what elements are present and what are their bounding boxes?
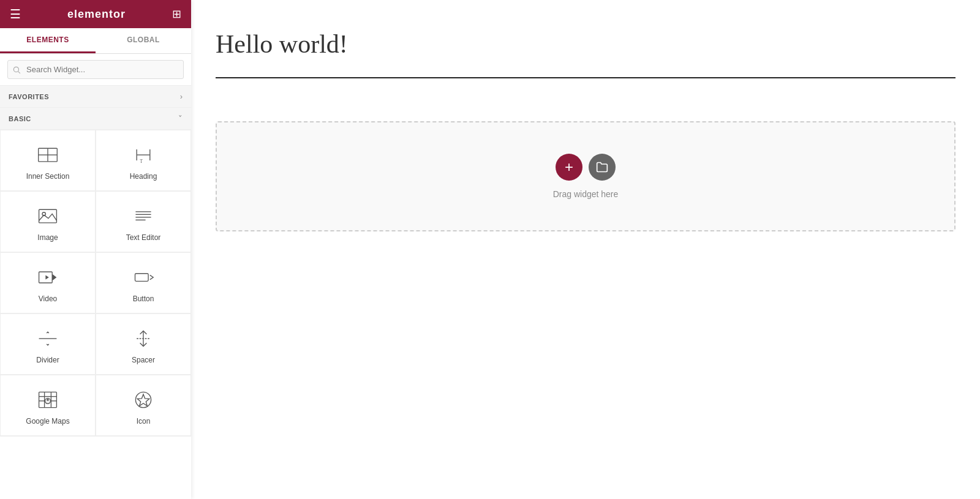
widget-icon-label: Icon <box>137 417 151 426</box>
google-maps-icon <box>36 388 60 412</box>
widget-spacer[interactable]: Spacer <box>96 313 191 375</box>
drag-widget-text: Drag widget here <box>553 189 619 199</box>
divider-icon <box>36 326 60 351</box>
canvas-inner: Hello world! + Drag widget here <box>191 0 980 499</box>
svg-marker-17 <box>45 275 48 279</box>
widget-heading[interactable]: T Heading <box>96 130 191 191</box>
top-bar <box>191 0 980 5</box>
widget-google-maps-label: Google Maps <box>26 417 69 426</box>
widget-icon[interactable]: Icon <box>96 375 191 436</box>
content-area: Hello world! <box>191 5 980 109</box>
search-icon <box>12 66 21 74</box>
svg-rect-18 <box>135 274 149 282</box>
svg-text:T: T <box>140 159 143 164</box>
chevron-right-icon: › <box>180 92 183 101</box>
text-editor-icon <box>131 204 156 228</box>
section-favorites-label: FAVORITES <box>9 93 49 100</box>
video-icon <box>36 265 60 290</box>
sidebar-tabs: ELEMENTS GLOBAL <box>0 28 191 54</box>
sidebar-content: FAVORITES › BASIC ˅ Inner Section <box>0 86 191 499</box>
sidebar-header: ☰ elementor ⊞ <box>0 0 191 28</box>
widget-image-label: Image <box>37 233 58 242</box>
icon-widget-icon <box>131 388 156 412</box>
sidebar: ☰ elementor ⊞ ELEMENTS GLOBAL FAVORITES … <box>0 0 191 499</box>
widget-divider-label: Divider <box>36 356 59 364</box>
spacer-icon <box>131 326 156 351</box>
svg-marker-16 <box>52 274 56 281</box>
hamburger-icon[interactable]: ☰ <box>10 7 21 21</box>
elementor-logo: elementor <box>67 8 126 21</box>
widget-inner-section[interactable]: Inner Section <box>0 130 96 191</box>
svg-line-1 <box>18 71 20 73</box>
hello-world-heading: Hello world! <box>216 29 956 59</box>
chevron-down-icon: ˅ <box>178 114 183 123</box>
search-wrapper <box>0 54 191 86</box>
section-basic[interactable]: BASIC ˅ <box>0 108 191 130</box>
widget-text-editor-label: Text Editor <box>126 233 161 242</box>
drop-zone[interactable]: + Drag widget here <box>216 121 956 231</box>
tab-elements[interactable]: ELEMENTS <box>0 28 96 53</box>
folder-button[interactable] <box>589 154 616 181</box>
svg-marker-30 <box>137 394 149 406</box>
svg-rect-15 <box>39 272 53 283</box>
heading-icon: T <box>131 143 156 167</box>
widget-spacer-label: Spacer <box>132 356 155 364</box>
search-input[interactable] <box>7 60 184 79</box>
widget-image[interactable]: Image <box>0 191 96 252</box>
widget-button[interactable]: Button <box>96 252 191 313</box>
widget-grid: Inner Section T Heading <box>0 130 191 437</box>
svg-point-28 <box>47 399 49 401</box>
section-favorites[interactable]: FAVORITES › <box>0 86 191 108</box>
widget-heading-label: Heading <box>130 172 157 181</box>
widget-video[interactable]: Video <box>0 252 96 313</box>
inner-section-icon <box>36 143 60 167</box>
divider-line <box>216 77 956 78</box>
image-icon <box>36 204 60 228</box>
section-basic-label: BASIC <box>9 115 31 122</box>
widget-video-label: Video <box>39 295 57 303</box>
svg-point-0 <box>13 67 18 72</box>
add-widget-button[interactable]: + <box>556 154 582 181</box>
widget-google-maps[interactable]: Google Maps <box>0 375 96 436</box>
tab-global[interactable]: GLOBAL <box>96 28 191 53</box>
drop-zone-buttons: + <box>556 154 616 181</box>
button-icon <box>131 265 156 290</box>
widget-inner-section-label: Inner Section <box>26 172 70 181</box>
widget-divider[interactable]: Divider <box>0 313 96 375</box>
widget-button-label: Button <box>133 295 154 303</box>
canvas: Hello world! + Drag widget here <box>191 0 980 499</box>
widget-text-editor[interactable]: Text Editor <box>96 191 191 252</box>
grid-icon[interactable]: ⊞ <box>172 7 181 21</box>
